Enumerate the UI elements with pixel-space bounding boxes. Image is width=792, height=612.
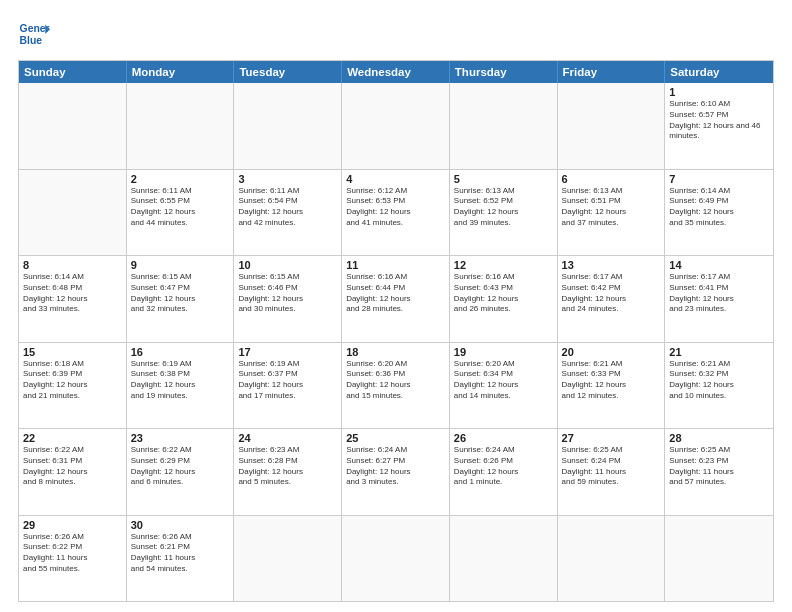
calendar-cell-7: 7Sunrise: 6:14 AMSunset: 6:49 PMDaylight… — [665, 170, 773, 256]
calendar-row: 15Sunrise: 6:18 AMSunset: 6:39 PMDayligh… — [19, 342, 773, 429]
cell-info: Sunrise: 6:17 AMSunset: 6:41 PMDaylight:… — [669, 272, 769, 315]
cell-info: Sunrise: 6:25 AMSunset: 6:24 PMDaylight:… — [562, 445, 661, 488]
calendar-cell-4: 4Sunrise: 6:12 AMSunset: 6:53 PMDaylight… — [342, 170, 450, 256]
cell-info: Sunrise: 6:21 AMSunset: 6:32 PMDaylight:… — [669, 359, 769, 402]
cell-info: Sunrise: 6:19 AMSunset: 6:37 PMDaylight:… — [238, 359, 337, 402]
calendar-cell-25: 25Sunrise: 6:24 AMSunset: 6:27 PMDayligh… — [342, 429, 450, 515]
calendar-cell-24: 24Sunrise: 6:23 AMSunset: 6:28 PMDayligh… — [234, 429, 342, 515]
cell-info: Sunrise: 6:21 AMSunset: 6:33 PMDaylight:… — [562, 359, 661, 402]
cell-info: Sunrise: 6:12 AMSunset: 6:53 PMDaylight:… — [346, 186, 445, 229]
cell-info: Sunrise: 6:25 AMSunset: 6:23 PMDaylight:… — [669, 445, 769, 488]
day-header-sunday: Sunday — [19, 61, 127, 83]
calendar-cell-12: 12Sunrise: 6:16 AMSunset: 6:43 PMDayligh… — [450, 256, 558, 342]
day-number: 18 — [346, 346, 445, 358]
day-number: 22 — [23, 432, 122, 444]
calendar-body: 1Sunrise: 6:10 AMSunset: 6:57 PMDaylight… — [19, 83, 773, 601]
cell-info: Sunrise: 6:18 AMSunset: 6:39 PMDaylight:… — [23, 359, 122, 402]
day-header-monday: Monday — [127, 61, 235, 83]
cell-info: Sunrise: 6:24 AMSunset: 6:26 PMDaylight:… — [454, 445, 553, 488]
cell-info: Sunrise: 6:11 AMSunset: 6:55 PMDaylight:… — [131, 186, 230, 229]
cell-info: Sunrise: 6:24 AMSunset: 6:27 PMDaylight:… — [346, 445, 445, 488]
calendar-row: 22Sunrise: 6:22 AMSunset: 6:31 PMDayligh… — [19, 428, 773, 515]
cell-info: Sunrise: 6:14 AMSunset: 6:49 PMDaylight:… — [669, 186, 769, 229]
cell-info: Sunrise: 6:17 AMSunset: 6:42 PMDaylight:… — [562, 272, 661, 315]
calendar-cell-17: 17Sunrise: 6:19 AMSunset: 6:37 PMDayligh… — [234, 343, 342, 429]
cell-info: Sunrise: 6:16 AMSunset: 6:44 PMDaylight:… — [346, 272, 445, 315]
calendar-cell-2: 2Sunrise: 6:11 AMSunset: 6:55 PMDaylight… — [127, 170, 235, 256]
calendar-cell-26: 26Sunrise: 6:24 AMSunset: 6:26 PMDayligh… — [450, 429, 558, 515]
calendar-cell-5: 5Sunrise: 6:13 AMSunset: 6:52 PMDaylight… — [450, 170, 558, 256]
day-number: 12 — [454, 259, 553, 271]
cell-info: Sunrise: 6:20 AMSunset: 6:36 PMDaylight:… — [346, 359, 445, 402]
calendar-cell-empty — [342, 83, 450, 169]
cell-info: Sunrise: 6:15 AMSunset: 6:46 PMDaylight:… — [238, 272, 337, 315]
logo-icon: General Blue — [18, 18, 50, 50]
cell-info: Sunrise: 6:13 AMSunset: 6:51 PMDaylight:… — [562, 186, 661, 229]
calendar-cell-empty — [665, 516, 773, 602]
calendar-cell-empty — [450, 83, 558, 169]
calendar-cell-23: 23Sunrise: 6:22 AMSunset: 6:29 PMDayligh… — [127, 429, 235, 515]
calendar-cell-19: 19Sunrise: 6:20 AMSunset: 6:34 PMDayligh… — [450, 343, 558, 429]
calendar-cell-27: 27Sunrise: 6:25 AMSunset: 6:24 PMDayligh… — [558, 429, 666, 515]
calendar: SundayMondayTuesdayWednesdayThursdayFrid… — [18, 60, 774, 602]
calendar-row: 29Sunrise: 6:26 AMSunset: 6:22 PMDayligh… — [19, 515, 773, 602]
cell-info: Sunrise: 6:20 AMSunset: 6:34 PMDaylight:… — [454, 359, 553, 402]
calendar-cell-28: 28Sunrise: 6:25 AMSunset: 6:23 PMDayligh… — [665, 429, 773, 515]
calendar-cell-empty — [127, 83, 235, 169]
day-number: 19 — [454, 346, 553, 358]
calendar-cell-empty — [558, 83, 666, 169]
day-number: 3 — [238, 173, 337, 185]
calendar-cell-30: 30Sunrise: 6:26 AMSunset: 6:21 PMDayligh… — [127, 516, 235, 602]
day-number: 16 — [131, 346, 230, 358]
calendar-row: 8Sunrise: 6:14 AMSunset: 6:48 PMDaylight… — [19, 255, 773, 342]
day-number: 23 — [131, 432, 230, 444]
calendar-cell-16: 16Sunrise: 6:19 AMSunset: 6:38 PMDayligh… — [127, 343, 235, 429]
cell-info: Sunrise: 6:22 AMSunset: 6:29 PMDaylight:… — [131, 445, 230, 488]
cell-info: Sunrise: 6:26 AMSunset: 6:21 PMDaylight:… — [131, 532, 230, 575]
day-number: 25 — [346, 432, 445, 444]
calendar-row: 1Sunrise: 6:10 AMSunset: 6:57 PMDaylight… — [19, 83, 773, 169]
calendar-cell-empty — [19, 83, 127, 169]
calendar-cell-8: 8Sunrise: 6:14 AMSunset: 6:48 PMDaylight… — [19, 256, 127, 342]
day-number: 2 — [131, 173, 230, 185]
logo: General Blue — [18, 18, 50, 50]
cell-info: Sunrise: 6:16 AMSunset: 6:43 PMDaylight:… — [454, 272, 553, 315]
day-number: 6 — [562, 173, 661, 185]
day-number: 11 — [346, 259, 445, 271]
day-number: 15 — [23, 346, 122, 358]
day-header-friday: Friday — [558, 61, 666, 83]
day-header-wednesday: Wednesday — [342, 61, 450, 83]
day-number: 24 — [238, 432, 337, 444]
cell-info: Sunrise: 6:10 AMSunset: 6:57 PMDaylight:… — [669, 99, 769, 142]
day-number: 17 — [238, 346, 337, 358]
calendar-cell-1: 1Sunrise: 6:10 AMSunset: 6:57 PMDaylight… — [665, 83, 773, 169]
day-number: 10 — [238, 259, 337, 271]
calendar-cell-11: 11Sunrise: 6:16 AMSunset: 6:44 PMDayligh… — [342, 256, 450, 342]
day-number: 4 — [346, 173, 445, 185]
day-number: 28 — [669, 432, 769, 444]
cell-info: Sunrise: 6:22 AMSunset: 6:31 PMDaylight:… — [23, 445, 122, 488]
day-number: 13 — [562, 259, 661, 271]
calendar-cell-empty — [558, 516, 666, 602]
day-number: 30 — [131, 519, 230, 531]
calendar-cell-empty — [234, 83, 342, 169]
calendar-page: General Blue SundayMondayTuesdayWednesda… — [0, 0, 792, 612]
header: General Blue — [18, 18, 774, 50]
day-number: 1 — [669, 86, 769, 98]
day-header-thursday: Thursday — [450, 61, 558, 83]
day-number: 8 — [23, 259, 122, 271]
cell-info: Sunrise: 6:19 AMSunset: 6:38 PMDaylight:… — [131, 359, 230, 402]
calendar-cell-10: 10Sunrise: 6:15 AMSunset: 6:46 PMDayligh… — [234, 256, 342, 342]
cell-info: Sunrise: 6:26 AMSunset: 6:22 PMDaylight:… — [23, 532, 122, 575]
cell-info: Sunrise: 6:15 AMSunset: 6:47 PMDaylight:… — [131, 272, 230, 315]
day-number: 20 — [562, 346, 661, 358]
day-number: 5 — [454, 173, 553, 185]
calendar-cell-21: 21Sunrise: 6:21 AMSunset: 6:32 PMDayligh… — [665, 343, 773, 429]
day-number: 21 — [669, 346, 769, 358]
calendar-cell-empty — [450, 516, 558, 602]
calendar-cell-9: 9Sunrise: 6:15 AMSunset: 6:47 PMDaylight… — [127, 256, 235, 342]
day-number: 26 — [454, 432, 553, 444]
calendar-cell-18: 18Sunrise: 6:20 AMSunset: 6:36 PMDayligh… — [342, 343, 450, 429]
calendar-cell-empty — [234, 516, 342, 602]
day-number: 14 — [669, 259, 769, 271]
